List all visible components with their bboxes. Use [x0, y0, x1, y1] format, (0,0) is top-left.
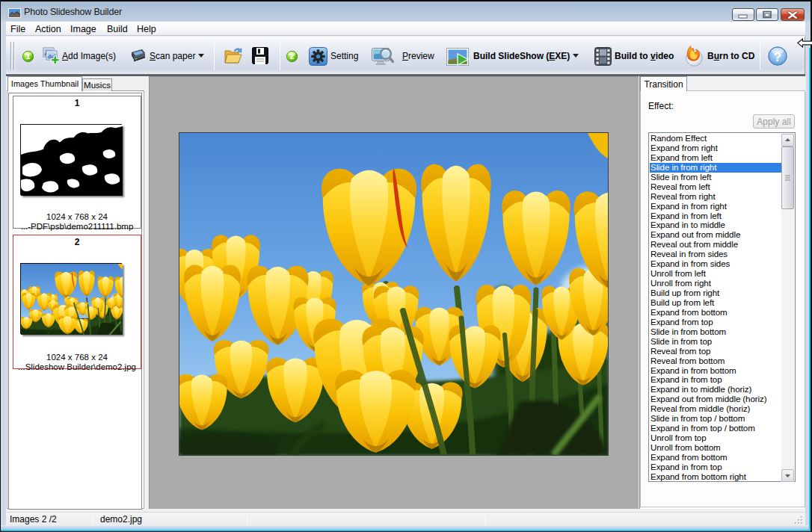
svg-text:?: ?: [774, 50, 781, 64]
svg-text:1: 1: [26, 52, 31, 61]
svg-text:2: 2: [290, 52, 295, 61]
